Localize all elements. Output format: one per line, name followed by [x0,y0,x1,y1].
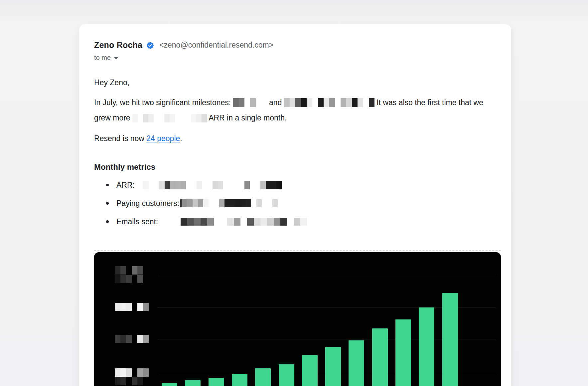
milestones-paragraph: In July, we hit two significant mileston… [94,95,493,125]
redaction-pixel [240,199,246,207]
redacted-milestone-1 [233,98,267,107]
redaction-pixel [120,335,126,343]
chart-bar [349,340,364,386]
redaction-pixel [137,377,143,385]
redaction-pixel [115,303,120,311]
redaction-pixel [126,266,132,275]
chart-bar [162,383,177,386]
redaction-pixel [227,218,234,226]
chart-bar [325,347,341,386]
redaction-pixel [137,266,143,275]
redaction-pixel [126,335,132,343]
recipient-dropdown[interactable]: to me [94,54,118,62]
redaction-pixel [201,218,207,226]
email-card: Zeno Rocha <zeno@confidential.resend.com… [79,24,511,386]
redaction-pixel [181,218,187,226]
paragraph-text-3: ARR in a single month. [209,113,287,122]
redaction-pixel [202,114,207,122]
redaction-pixel [219,199,224,207]
redaction-pixel [233,98,239,107]
redaction-pixel [198,199,203,207]
redaction-pixel [324,98,329,107]
redaction-pixel [132,303,137,311]
redaction-pixel [137,368,143,377]
redaction-pixel [250,181,255,189]
redaction-pixel [196,114,202,122]
chart-y-tick-label-redacted [115,335,149,343]
redaction-pixel [175,181,181,189]
paragraph-text-1: In July, we hit two significant mileston… [94,98,231,107]
metric-label: Emails sent: [116,217,158,226]
redaction-pixel [290,98,295,107]
redaction-pixel [175,114,180,122]
redaction-pixel [148,114,154,122]
redaction-pixel [143,335,149,343]
redaction-pixel [207,218,214,226]
bullet-icon [106,202,109,205]
redaction-pixel [181,181,186,189]
redaction-pixel [352,98,358,107]
chart-bar [442,293,458,386]
redaction-pixel [120,368,126,377]
redaction-pixel [137,275,143,283]
redaction-pixel [154,114,159,122]
redaction-pixel [223,181,228,189]
metric-label: ARR: [116,181,135,190]
redaction-pixel [250,98,256,107]
redaction-pixel [143,303,149,311]
redaction-pixel [149,181,154,189]
redaction-pixel [137,303,143,311]
redaction-pixel [187,218,194,226]
redaction-pixel [180,114,186,122]
redaction-pixel [256,98,261,107]
redaction-pixel [194,218,201,226]
redaction-pixel [154,181,159,189]
redaction-pixel [272,199,278,207]
redaction-pixel [274,218,280,226]
redaction-pixel [301,98,307,107]
redaction-pixel [143,181,149,189]
people-count-link[interactable]: 24 people [146,134,180,143]
chart-gridline [157,275,496,275]
redaction-pixel [132,275,137,283]
redaction-pixel [115,377,120,385]
sender-name: Zeno Rocha [94,40,142,50]
redaction-pixel [318,98,324,107]
redaction-pixel [251,199,256,207]
redaction-pixel [120,275,126,283]
redaction-pixel [234,181,239,189]
redacted-milestone-2 [284,98,374,107]
redaction-pixel [126,368,132,377]
redaction-pixel [202,181,207,189]
redaction-pixel [295,98,301,107]
redaction-pixel [207,181,213,189]
redaction-pixel [132,377,137,385]
metrics-list: ARR: Paying customers: Emails sent: [106,180,493,226]
redaction-pixel [346,98,352,107]
redaction-pixel [203,199,209,207]
redaction-pixel [143,114,148,122]
redaction-pixel [235,199,240,207]
redaction-pixel [247,218,254,226]
redaction-pixel [234,218,240,226]
redaction-pixel [228,181,234,189]
redaction-pixel [239,181,244,189]
redaction-pixel [341,98,346,107]
redaction-pixel [126,377,132,385]
metrics-bar-chart [94,252,501,386]
redaction-pixel [187,199,193,207]
redaction-pixel [120,377,126,385]
chart-bar [255,368,271,386]
redaction-pixel [300,218,307,226]
redaction-pixel [267,199,272,207]
redaction-pixel [120,266,126,275]
redaction-pixel [284,98,290,107]
redaction-pixel [276,181,282,189]
chart-y-tick-label-redacted [115,303,149,311]
redaction-pixel [159,181,165,189]
verified-badge-icon [146,42,154,49]
chart-bar [302,355,318,386]
redacted-metric-value [181,218,307,226]
redaction-pixel [115,368,120,377]
paragraph-conjunction: and [269,98,282,107]
